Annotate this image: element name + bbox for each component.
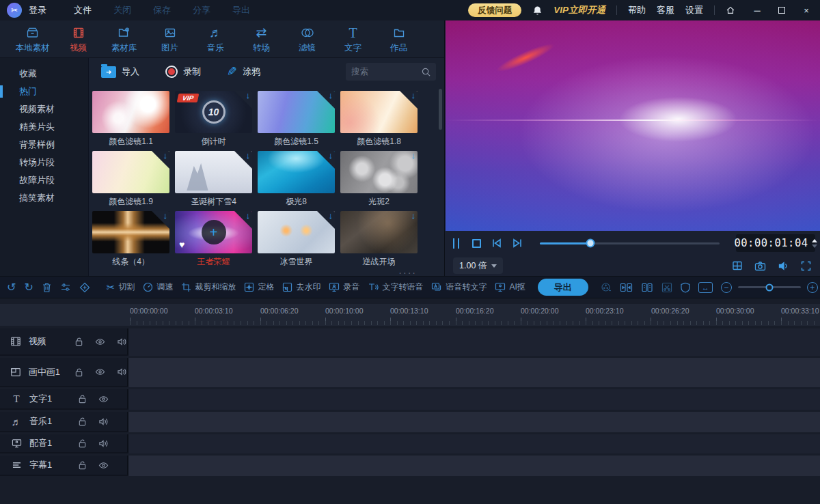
tab-video[interactable]: 视频 — [55, 25, 101, 54]
material-thumbnail[interactable]: ↓ — [92, 211, 169, 253]
material-thumbnail[interactable]: ↓ — [340, 151, 418, 193]
sidebar-item-backgrounds[interactable]: 背景样例 — [0, 136, 88, 154]
zoom-in-button[interactable]: + — [807, 282, 818, 293]
notification-bell-icon[interactable] — [532, 5, 543, 16]
redo-button[interactable]: ↻ — [24, 281, 33, 294]
shield-icon[interactable] — [681, 282, 690, 293]
track-lane-voiceover[interactable] — [128, 434, 820, 453]
menu-save[interactable]: 保存 — [153, 4, 171, 16]
tab-text[interactable]: T 文字 — [330, 25, 376, 54]
lock-icon[interactable] — [78, 438, 87, 448]
eye-icon[interactable] — [98, 461, 109, 470]
tab-transition[interactable]: ⇄ 转场 — [238, 25, 284, 54]
material-item[interactable]: ↓ 极光8 — [258, 151, 335, 206]
tool-speed[interactable]: 调速 — [143, 281, 173, 293]
favorite-heart-icon[interactable]: ♥ — [179, 239, 184, 250]
lock-icon[interactable] — [74, 337, 83, 346]
panel-resize-handle-icon[interactable]: ···· — [398, 269, 417, 276]
sidebar-item-intros[interactable]: 精美片头 — [0, 118, 88, 136]
eye-icon[interactable] — [95, 367, 105, 376]
material-item[interactable]: ↓ 颜色滤镜1.5 — [258, 91, 335, 146]
snapshot-camera-icon[interactable] — [754, 261, 766, 271]
keyframe-button[interactable] — [79, 282, 90, 293]
material-thumbnail[interactable]: ↓ — [175, 151, 252, 193]
material-thumbnail[interactable]: ↓ — [258, 211, 335, 253]
track-lane-subtitle[interactable] — [128, 456, 820, 476]
track-lane-music[interactable] — [128, 412, 820, 432]
material-thumbnail[interactable]: VIP 10 ↓ — [175, 91, 252, 133]
timeline-ruler[interactable]: 00:00:00:00 00:00:03:10 00:00:06:20 00:0… — [0, 304, 820, 326]
material-item[interactable]: VIP 10 ↓ 倒计时 — [175, 91, 252, 146]
eye-icon[interactable] — [95, 337, 105, 346]
download-icon[interactable]: ↓ — [411, 91, 416, 100]
tool-cut[interactable]: ✂切割 — [107, 281, 135, 294]
vip-upgrade-link[interactable]: VIP立即开通 — [554, 4, 605, 16]
adjust-button[interactable] — [60, 282, 71, 292]
scrollbar-thumb[interactable] — [439, 89, 442, 130]
timeline-zoom-slider[interactable] — [738, 286, 801, 288]
material-thumbnail[interactable]: ↓ — [258, 151, 335, 193]
sidebar-item-hot[interactable]: 热门 — [0, 83, 88, 100]
speaker-icon[interactable] — [98, 417, 109, 426]
eye-icon[interactable] — [98, 395, 109, 404]
delete-button[interactable] — [42, 282, 52, 293]
close-button[interactable]: × — [800, 5, 813, 16]
lock-icon[interactable] — [78, 417, 87, 426]
download-icon[interactable]: ↓ — [163, 151, 168, 160]
menu-file[interactable]: 文件 — [74, 4, 92, 16]
seek-handle[interactable] — [586, 239, 594, 248]
tool-ai[interactable]: AI抠 — [495, 281, 525, 293]
import-button[interactable]: 导入 — [101, 66, 139, 78]
zoom-out-button[interactable]: − — [721, 282, 732, 293]
material-thumbnail[interactable]: + ♥ ↓ — [175, 211, 252, 253]
download-icon[interactable]: ↓ — [246, 151, 251, 160]
tab-stock-library[interactable]: 素材库 — [101, 25, 147, 54]
material-item[interactable]: ↓ 颜色滤镜1.9 — [92, 151, 169, 206]
tool-freeze-frame[interactable]: 定格 — [244, 281, 274, 293]
split-clip-icon[interactable] — [620, 282, 633, 293]
download-icon[interactable]: ↓ — [246, 211, 251, 221]
sidebar-item-favorites[interactable]: 收藏 — [0, 65, 88, 83]
seek-bar[interactable] — [540, 242, 720, 244]
material-item[interactable]: ↓ 冰雪世界 — [258, 211, 335, 266]
search-input[interactable] — [351, 67, 422, 76]
login-button[interactable]: 登录 — [29, 4, 46, 16]
tool-crop-zoom[interactable]: 裁剪和缩放 — [181, 281, 236, 293]
tab-local-media[interactable]: 本地素材 — [10, 25, 55, 54]
tab-filter[interactable]: 滤镜 — [284, 25, 330, 54]
maximize-button[interactable] — [775, 5, 789, 16]
material-thumbnail[interactable]: ↓ — [258, 91, 335, 133]
material-thumbnail[interactable]: ↓ — [340, 91, 418, 133]
settings-link[interactable]: 设置 — [685, 4, 703, 16]
material-thumbnail[interactable]: ↓ — [340, 211, 418, 253]
tool-speech-to-text[interactable]: 语音转文字 — [431, 281, 487, 293]
layout-grid-icon[interactable] — [732, 260, 743, 271]
pause-button[interactable] — [453, 238, 463, 249]
lock-icon[interactable] — [74, 367, 83, 377]
tab-music[interactable]: ♬ 音乐 — [193, 25, 238, 54]
next-frame-button[interactable] — [512, 238, 523, 249]
track-lane-video[interactable] — [128, 328, 820, 356]
download-icon[interactable]: ↓ — [329, 91, 333, 100]
material-thumbnail[interactable]: ↓ — [92, 151, 169, 193]
download-icon[interactable]: ↓ — [411, 211, 416, 221]
material-item[interactable]: ↓ 线条（4） — [92, 211, 169, 266]
material-item[interactable]: ↓ 圣诞树下雪4 — [175, 151, 252, 206]
speaker-icon[interactable] — [117, 367, 127, 376]
lock-icon[interactable] — [78, 460, 87, 470]
sidebar-item-video-materials[interactable]: 视频素材 — [0, 100, 88, 118]
menu-share[interactable]: 分享 — [193, 4, 210, 16]
download-icon[interactable]: ↓ — [329, 211, 333, 221]
download-icon[interactable]: ↓ — [329, 151, 333, 160]
tab-works[interactable]: 作品 — [376, 25, 422, 54]
material-thumbnail[interactable] — [92, 91, 169, 133]
sidebar-item-funny-clips[interactable]: 搞笑素材 — [0, 189, 88, 207]
sidebar-item-glitch-clips[interactable]: 故障片段 — [0, 171, 88, 189]
timecode-stepper[interactable] — [812, 239, 817, 248]
material-item[interactable]: ↓ 颜色滤镜1.8 — [340, 91, 418, 146]
add-to-timeline-icon[interactable]: + — [202, 220, 226, 244]
undo-button[interactable]: ↺ — [7, 281, 16, 294]
speaker-icon[interactable] — [117, 337, 127, 346]
track-lane-text[interactable] — [128, 389, 820, 410]
trim-scissors-icon[interactable] — [661, 282, 672, 293]
